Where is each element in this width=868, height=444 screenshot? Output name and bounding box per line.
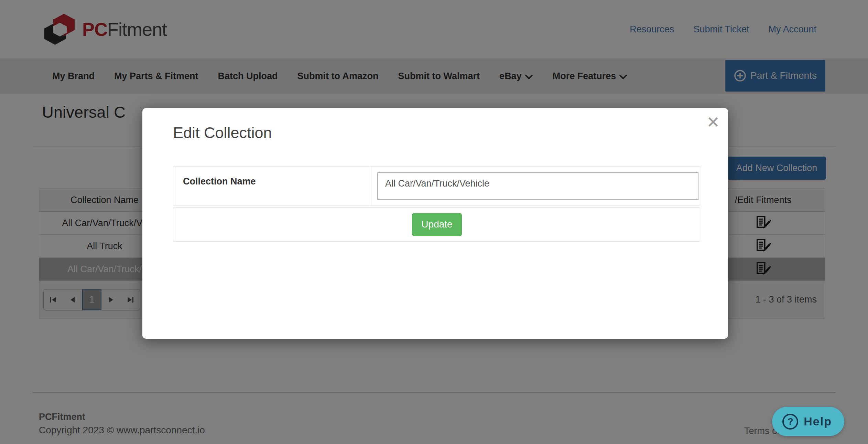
close-icon[interactable]: ✕ — [706, 114, 720, 130]
edit-collection-modal: ✕ Edit Collection Collection Name Update — [142, 108, 728, 339]
collection-name-label: Collection Name — [174, 167, 371, 205]
screen: PCFitment Resources Submit Ticket My Acc… — [0, 0, 868, 444]
form-actions-row: Update — [174, 207, 700, 242]
help-button[interactable]: ? Help — [772, 407, 844, 436]
collection-name-input-cell — [371, 167, 700, 205]
edit-collection-form: Collection Name Update — [174, 166, 700, 242]
question-mark-icon: ? — [782, 414, 798, 430]
collection-name-row: Collection Name — [174, 166, 700, 205]
help-label: Help — [804, 415, 832, 428]
update-button[interactable]: Update — [412, 213, 462, 236]
collection-name-input[interactable] — [377, 172, 698, 200]
modal-title: Edit Collection — [173, 124, 272, 142]
